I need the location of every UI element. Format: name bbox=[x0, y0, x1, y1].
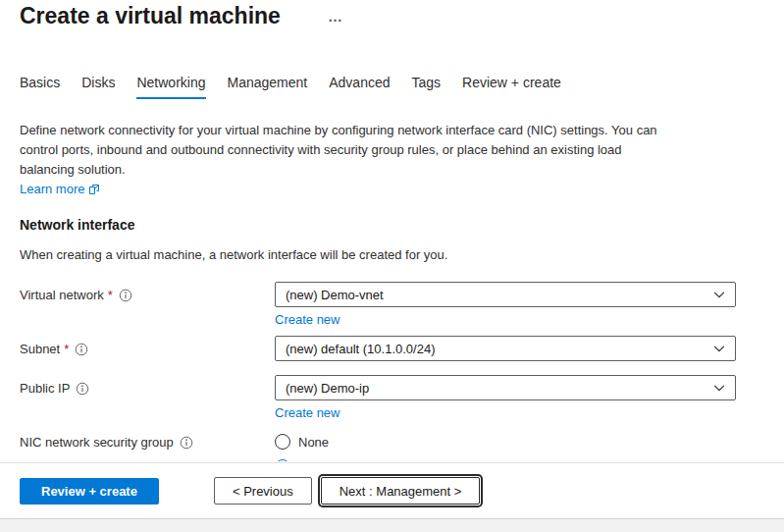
tab-advanced[interactable]: Advanced bbox=[329, 75, 390, 99]
virtual-network-dropdown[interactable]: (new) Demo-vnet bbox=[275, 282, 736, 307]
virtual-network-create-new-link[interactable]: Create new bbox=[275, 312, 340, 327]
nic-nsg-option-none[interactable]: None bbox=[275, 432, 736, 452]
previous-button[interactable]: < Previous bbox=[214, 477, 312, 505]
chevron-down-icon bbox=[712, 342, 726, 355]
public-ip-label: Public IP bbox=[20, 381, 70, 396]
public-ip-value: (new) Demo-ip bbox=[286, 381, 369, 396]
nic-nsg-option-none-label: None bbox=[298, 435, 329, 450]
learn-more-label: Learn more bbox=[20, 182, 84, 196]
nic-nsg-radio-group: None Basic Advanced bbox=[275, 429, 736, 461]
public-ip-info-icon[interactable] bbox=[76, 382, 89, 396]
virtual-network-info-icon[interactable] bbox=[119, 289, 132, 302]
bottom-strip bbox=[0, 518, 784, 532]
form-row-subnet: Subnet * (new) default (10.1.0.0/24) bbox=[20, 336, 764, 361]
tab-basics[interactable]: Basics bbox=[20, 75, 60, 99]
chevron-down-icon bbox=[712, 288, 726, 301]
page-title: Create a virtual machine bbox=[20, 3, 281, 29]
public-ip-control: (new) Demo-ip Create new bbox=[275, 375, 736, 421]
network-interface-subtext: When creating a virtual machine, a netwo… bbox=[20, 247, 764, 262]
tab-disks[interactable]: Disks bbox=[81, 75, 115, 99]
next-management-button[interactable]: Next : Management > bbox=[321, 477, 481, 505]
radio-icon bbox=[275, 434, 290, 450]
tab-management[interactable]: Management bbox=[228, 75, 308, 99]
create-vm-page: Create a virtual machine … Basics Disks … bbox=[0, 0, 784, 532]
form-row-virtual-network: Virtual network * (new) Demo-vnet Create… bbox=[20, 282, 764, 328]
virtual-network-value: (new) Demo-vnet bbox=[286, 288, 384, 302]
subnet-control: (new) default (10.1.0.0/24) bbox=[275, 336, 736, 361]
nic-nsg-label-group: NIC network security group bbox=[20, 429, 275, 450]
form-row-public-ip: Public IP (new) Demo-ip Create new bbox=[20, 375, 764, 421]
virtual-network-label: Virtual network bbox=[20, 288, 104, 302]
tab-bar: Basics Disks Networking Management Advan… bbox=[20, 75, 764, 99]
external-link-icon bbox=[88, 184, 100, 195]
nic-nsg-label: NIC network security group bbox=[20, 435, 174, 450]
public-ip-label-group: Public IP bbox=[20, 375, 275, 396]
nic-nsg-option-basic[interactable]: Basic bbox=[275, 457, 736, 461]
public-ip-create-new-link[interactable]: Create new bbox=[275, 405, 340, 420]
networking-tab-content: Create a virtual machine … Basics Disks … bbox=[0, 0, 784, 461]
virtual-network-control: (new) Demo-vnet Create new bbox=[275, 282, 736, 328]
subnet-dropdown[interactable]: (new) default (10.1.0.0/24) bbox=[275, 336, 736, 361]
subnet-value: (new) default (10.1.0.0/24) bbox=[286, 342, 435, 356]
subnet-info-icon[interactable] bbox=[75, 343, 88, 356]
nic-nsg-info-icon[interactable] bbox=[180, 436, 193, 450]
more-options-icon[interactable]: … bbox=[328, 9, 343, 24]
tab-tags[interactable]: Tags bbox=[412, 75, 442, 99]
learn-more-link[interactable]: Learn more bbox=[20, 182, 100, 196]
networking-form: Virtual network * (new) Demo-vnet Create… bbox=[20, 282, 764, 461]
required-asterisk: * bbox=[108, 288, 113, 302]
required-asterisk: * bbox=[64, 342, 69, 356]
radio-icon bbox=[275, 459, 290, 461]
subnet-label: Subnet bbox=[20, 342, 60, 356]
network-interface-heading: Network interface bbox=[20, 217, 764, 233]
subnet-label-group: Subnet * bbox=[20, 336, 275, 356]
wizard-footer: Review + create < Previous Next : Manage… bbox=[0, 462, 784, 518]
nic-nsg-option-basic-label: Basic bbox=[298, 460, 330, 462]
review-create-button[interactable]: Review + create bbox=[20, 478, 159, 505]
virtual-network-label-group: Virtual network * bbox=[20, 282, 275, 302]
tab-networking[interactable]: Networking bbox=[136, 75, 205, 99]
tab-review-create[interactable]: Review + create bbox=[462, 75, 561, 99]
description-text: Define network connectivity for your vir… bbox=[20, 121, 662, 180]
public-ip-dropdown[interactable]: (new) Demo-ip bbox=[275, 375, 736, 400]
form-row-nic-nsg: NIC network security group None Basic bbox=[20, 429, 764, 461]
chevron-down-icon bbox=[712, 381, 726, 395]
title-row: Create a virtual machine … bbox=[20, 0, 764, 29]
